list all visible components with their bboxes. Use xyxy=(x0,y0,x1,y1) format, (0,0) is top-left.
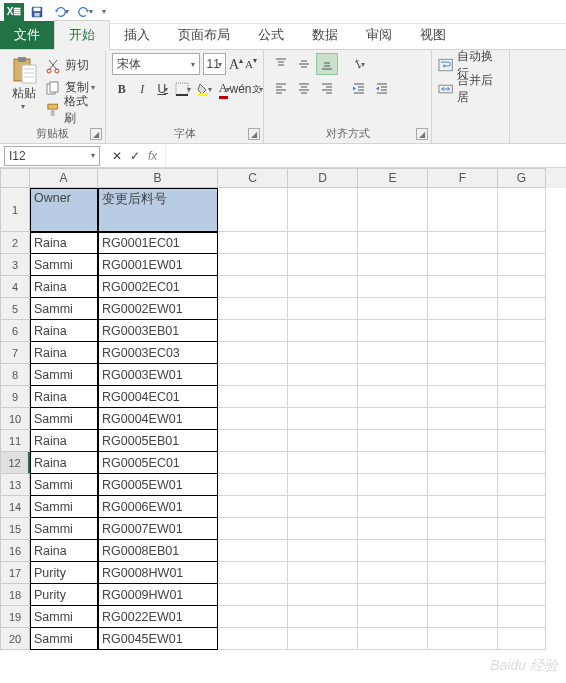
row-header[interactable]: 7 xyxy=(0,342,30,364)
qat-customize-icon[interactable]: ▾ xyxy=(102,7,106,16)
cell[interactable] xyxy=(428,584,498,606)
cell[interactable] xyxy=(428,562,498,584)
col-header[interactable]: C xyxy=(218,168,288,188)
cell[interactable] xyxy=(498,342,546,364)
cell[interactable] xyxy=(498,496,546,518)
font-size-select[interactable]: 11▾ xyxy=(203,53,226,75)
col-header[interactable]: G xyxy=(498,168,546,188)
fill-color-button[interactable]: ▾ xyxy=(194,78,214,100)
tab-home[interactable]: 开始 xyxy=(54,20,110,50)
cell[interactable] xyxy=(288,452,358,474)
cell[interactable] xyxy=(288,298,358,320)
cell[interactable] xyxy=(218,496,288,518)
cell[interactable] xyxy=(498,628,546,650)
cell[interactable]: RG0005EB01 xyxy=(98,430,218,452)
cell[interactable] xyxy=(358,606,428,628)
cell[interactable]: Sammi xyxy=(30,606,98,628)
merge-center-button[interactable]: 合并后居 xyxy=(438,78,503,100)
row-header[interactable]: 12 xyxy=(0,452,30,474)
align-bottom-button[interactable] xyxy=(316,53,338,75)
cell[interactable] xyxy=(288,540,358,562)
paste-button[interactable]: 粘贴 ▾ xyxy=(6,53,43,120)
cell[interactable] xyxy=(358,386,428,408)
cell[interactable] xyxy=(498,232,546,254)
cell[interactable] xyxy=(428,364,498,386)
bold-button[interactable]: B xyxy=(112,78,132,100)
cell[interactable] xyxy=(218,254,288,276)
cell[interactable] xyxy=(498,188,546,232)
cell[interactable]: RG0007EW01 xyxy=(98,518,218,540)
cell[interactable] xyxy=(428,386,498,408)
cell[interactable]: Raina xyxy=(30,232,98,254)
cell[interactable] xyxy=(288,606,358,628)
cell[interactable]: RG0004EC01 xyxy=(98,386,218,408)
cell[interactable] xyxy=(358,452,428,474)
cell[interactable] xyxy=(358,518,428,540)
cell[interactable]: RG0003EW01 xyxy=(98,364,218,386)
cell[interactable] xyxy=(498,584,546,606)
cell[interactable] xyxy=(428,342,498,364)
cell[interactable] xyxy=(498,606,546,628)
cell[interactable]: RG0001EC01 xyxy=(98,232,218,254)
format-painter-button[interactable]: 格式刷 xyxy=(45,99,99,120)
row-header[interactable]: 18 xyxy=(0,584,30,606)
cell[interactable] xyxy=(288,364,358,386)
cell[interactable] xyxy=(498,474,546,496)
cell[interactable] xyxy=(358,342,428,364)
cell[interactable] xyxy=(498,276,546,298)
name-box[interactable]: I12▾ xyxy=(4,146,100,166)
cell[interactable] xyxy=(498,430,546,452)
row-header[interactable]: 10 xyxy=(0,408,30,430)
cell[interactable] xyxy=(428,408,498,430)
cell[interactable]: Raina xyxy=(30,386,98,408)
cell[interactable] xyxy=(428,254,498,276)
cell[interactable] xyxy=(498,540,546,562)
cell[interactable] xyxy=(498,254,546,276)
cell[interactable] xyxy=(288,518,358,540)
align-middle-button[interactable] xyxy=(293,53,315,75)
cell[interactable]: Sammi xyxy=(30,254,98,276)
cell[interactable] xyxy=(218,232,288,254)
cell[interactable]: RG0009HW01 xyxy=(98,584,218,606)
cell[interactable]: Sammi xyxy=(30,518,98,540)
save-button[interactable] xyxy=(26,2,48,22)
cell[interactable] xyxy=(498,364,546,386)
cell[interactable]: Raina xyxy=(30,452,98,474)
cell[interactable] xyxy=(358,188,428,232)
cell[interactable] xyxy=(498,408,546,430)
underline-button[interactable]: U▾ xyxy=(153,78,173,100)
cell[interactable] xyxy=(218,188,288,232)
row-header[interactable]: 11 xyxy=(0,430,30,452)
cell[interactable]: RG0022EW01 xyxy=(98,606,218,628)
cell[interactable] xyxy=(358,364,428,386)
cell[interactable]: RG0002EC01 xyxy=(98,276,218,298)
cell[interactable] xyxy=(218,320,288,342)
cut-button[interactable]: 剪切 xyxy=(45,55,99,76)
cell[interactable]: Owner xyxy=(30,188,98,232)
cell[interactable] xyxy=(428,430,498,452)
cell[interactable] xyxy=(218,276,288,298)
tab-file[interactable]: 文件 xyxy=(0,21,54,49)
col-header[interactable]: E xyxy=(358,168,428,188)
cell[interactable] xyxy=(428,232,498,254)
cell[interactable] xyxy=(288,408,358,430)
cell[interactable] xyxy=(428,452,498,474)
dialog-launcher-icon[interactable]: ◢ xyxy=(416,128,428,140)
cell[interactable] xyxy=(358,474,428,496)
row-header[interactable]: 17 xyxy=(0,562,30,584)
cell[interactable] xyxy=(428,276,498,298)
cell[interactable] xyxy=(218,474,288,496)
cell[interactable]: Sammi xyxy=(30,474,98,496)
cell[interactable]: Raina xyxy=(30,320,98,342)
tab-data[interactable]: 数据 xyxy=(298,21,352,49)
row-header[interactable]: 16 xyxy=(0,540,30,562)
cell[interactable] xyxy=(288,386,358,408)
cell[interactable]: RG0003EC03 xyxy=(98,342,218,364)
cell[interactable]: RG0006EW01 xyxy=(98,496,218,518)
cell[interactable] xyxy=(288,430,358,452)
cell[interactable] xyxy=(358,254,428,276)
cell[interactable] xyxy=(428,298,498,320)
cell[interactable] xyxy=(498,298,546,320)
cell[interactable] xyxy=(288,584,358,606)
cell[interactable]: Sammi xyxy=(30,298,98,320)
